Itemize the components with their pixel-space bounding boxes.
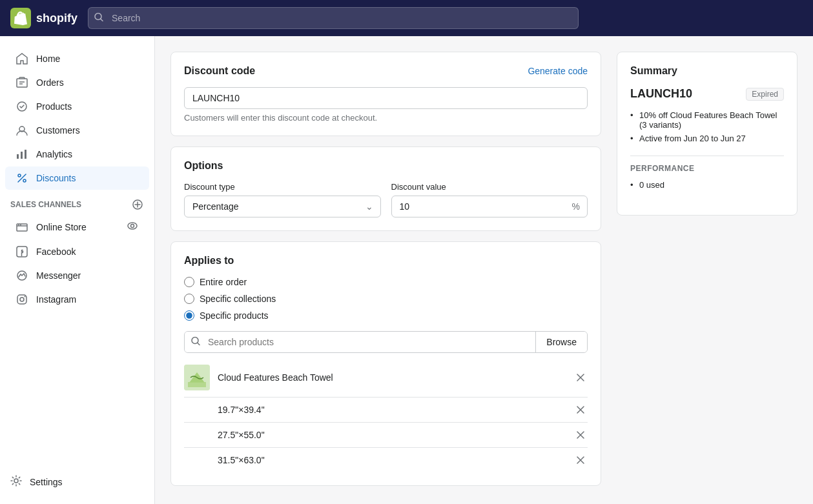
shopify-logo-icon — [10, 8, 31, 28]
radio-entire-order[interactable]: Entire order — [184, 277, 588, 287]
search-products-input[interactable] — [185, 332, 329, 352]
discount-code-title: Discount code — [184, 65, 255, 77]
svg-point-17 — [18, 224, 19, 225]
svg-point-20 — [131, 225, 134, 228]
sidebar-item-discounts-label: Discounts — [36, 173, 76, 183]
sidebar-item-settings[interactable]: Settings — [0, 470, 154, 494]
sidebar-item-discounts[interactable]: Discounts — [5, 166, 149, 190]
svg-rect-7 — [17, 154, 19, 159]
settings-icon — [10, 475, 22, 489]
summary-detail-1: 10% off Cloud Features Beach Towel (3 va… — [630, 108, 784, 132]
svg-point-24 — [20, 297, 24, 301]
logo-text: shopify — [36, 12, 77, 25]
sidebar-item-orders[interactable]: Orders — [5, 71, 149, 94]
settings-label: Settings — [30, 477, 63, 487]
used-count: 0 used — [630, 178, 784, 192]
online-store-icon — [15, 221, 28, 234]
radio-specific-products-input[interactable] — [184, 310, 194, 321]
sales-channels-label: SALES CHANNELS — [10, 200, 81, 209]
svg-line-1 — [101, 19, 103, 21]
sidebar-item-online-store[interactable]: Online Store — [5, 214, 149, 239]
svg-point-19 — [128, 223, 137, 229]
analytics-icon — [15, 148, 28, 161]
variant-size-2: 27.5"×55.0" — [218, 430, 573, 440]
discounts-icon — [15, 172, 28, 185]
summary-detail-2: Active from Jun 20 to Jun 27 — [630, 132, 784, 145]
sidebar-item-customers[interactable]: Customers — [5, 119, 149, 142]
remove-product-button[interactable] — [573, 370, 588, 385]
sidebar-item-facebook[interactable]: Facebook — [5, 240, 149, 263]
summary-code: LAUNCH10 — [630, 87, 692, 101]
sidebar-item-orders-label: Orders — [36, 77, 64, 88]
svg-rect-30 — [188, 382, 206, 387]
customers-icon — [15, 124, 28, 137]
remove-variant-3-button[interactable] — [573, 453, 588, 467]
svg-point-18 — [20, 224, 21, 225]
add-sales-channel-icon[interactable] — [131, 198, 144, 211]
online-store-label: Online Store — [36, 222, 87, 232]
sidebar-item-analytics[interactable]: Analytics — [5, 143, 149, 166]
instagram-icon — [15, 293, 28, 306]
discount-code-header: Discount code Generate code — [184, 65, 588, 77]
search-products-input-wrap — [185, 332, 535, 352]
facebook-icon — [15, 245, 28, 258]
shopify-logo[interactable]: shopify — [10, 8, 77, 28]
variant-size-3: 31.5"×63.0" — [218, 455, 573, 465]
online-store-visibility-btn[interactable] — [126, 219, 139, 234]
svg-point-11 — [23, 179, 26, 182]
performance-details: 0 used — [630, 178, 784, 192]
topnav: shopify — [0, 0, 813, 36]
instagram-label: Instagram — [36, 294, 76, 305]
sidebar-item-products-label: Products — [36, 101, 72, 112]
products-icon — [15, 100, 28, 113]
main-content: Discount code Generate code Customers wi… — [155, 36, 813, 504]
browse-button[interactable]: Browse — [535, 332, 587, 352]
sidebar-item-analytics-label: Analytics — [36, 149, 72, 159]
remove-variant-2-button[interactable] — [573, 428, 588, 442]
remove-variant-1-button[interactable] — [573, 403, 588, 417]
discount-value-input[interactable] — [391, 196, 588, 217]
options-grid: Discount type Percentage Fixed amount Fr… — [184, 182, 588, 217]
product-name: Cloud Features Beach Towel — [218, 372, 573, 383]
discount-code-help: Customers will enter this discount code … — [184, 113, 588, 123]
radio-specific-products[interactable]: Specific products — [184, 310, 588, 321]
svg-point-26 — [14, 479, 18, 483]
applies-to-card: Applies to Entire order Specific collect… — [170, 241, 601, 486]
search-input[interactable] — [88, 7, 579, 29]
sales-channels-section: SALES CHANNELS — [0, 190, 154, 214]
sidebar-item-home[interactable]: Home — [5, 47, 149, 70]
discount-type-select[interactable]: Percentage Fixed amount Free shipping Bu… — [184, 196, 381, 217]
sidebar-item-products[interactable]: Products — [5, 95, 149, 118]
discount-type-select-wrap: Percentage Fixed amount Free shipping Bu… — [184, 196, 381, 217]
discount-code-input[interactable] — [184, 87, 588, 109]
radio-specific-collections[interactable]: Specific collections — [184, 294, 588, 304]
discount-value-label: Discount value — [391, 182, 588, 192]
discount-code-card: Discount code Generate code Customers wi… — [170, 52, 601, 136]
search-icon — [94, 13, 103, 24]
summary-title: Summary — [630, 65, 784, 77]
discount-value-unit: % — [572, 201, 580, 212]
svg-point-25 — [25, 296, 26, 297]
radio-specific-collections-input[interactable] — [184, 294, 194, 304]
svg-rect-2 — [17, 79, 27, 87]
product-thumbnail — [184, 365, 210, 390]
variant-row-1: 19.7"×39.4" — [184, 398, 588, 423]
variant-row-2: 27.5"×55.0" — [184, 423, 588, 448]
radio-specific-products-label: Specific products — [200, 310, 269, 321]
sidebar-item-instagram[interactable]: Instagram — [5, 288, 149, 311]
layout: Home Orders Products — [0, 36, 813, 504]
radio-entire-order-input[interactable] — [184, 277, 194, 287]
discount-type-group: Discount type Percentage Fixed amount Fr… — [184, 182, 381, 217]
orders-icon — [15, 76, 28, 89]
sidebar-item-messenger[interactable]: Messenger — [5, 264, 149, 287]
generate-code-link[interactable]: Generate code — [528, 66, 588, 76]
sidebar: Home Orders Products — [0, 36, 155, 504]
messenger-label: Messenger — [36, 270, 81, 281]
applies-to-radio-group: Entire order Specific collections Specif… — [184, 277, 588, 321]
summary-details: 10% off Cloud Features Beach Towel (3 va… — [630, 108, 784, 145]
search-products-icon — [191, 337, 200, 348]
options-title: Options — [184, 160, 588, 172]
sidebar-item-customers-label: Customers — [36, 125, 80, 136]
status-badge: Expired — [746, 88, 784, 101]
content-area: Discount code Generate code Customers wi… — [170, 52, 601, 486]
